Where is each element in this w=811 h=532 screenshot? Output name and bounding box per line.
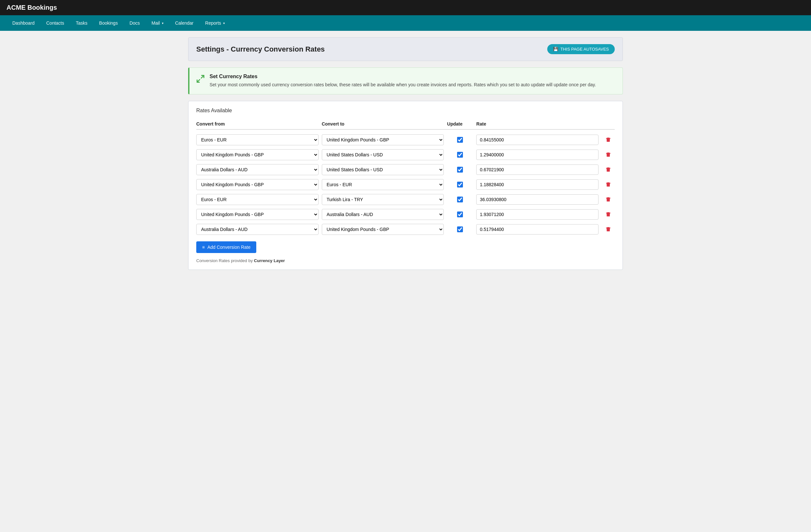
expand-icon (196, 74, 205, 85)
update-checkbox-2[interactable] (457, 167, 463, 172)
to-select-3[interactable]: Euros - EURUnited Kingdom Pounds - GBPUn… (322, 179, 444, 190)
list-icon: ≡ (202, 245, 205, 250)
rates-card: Rates Available Convert from Convert to … (188, 101, 623, 270)
update-checkbox-4[interactable] (457, 197, 463, 202)
table-row: Euros - EURUnited Kingdom Pounds - GBPUn… (196, 177, 615, 192)
to-select-1[interactable]: Euros - EURUnited Kingdom Pounds - GBPUn… (322, 149, 444, 160)
update-checkbox-0[interactable] (457, 137, 463, 143)
nav-item-calendar[interactable]: Calendar (169, 15, 199, 31)
nav-label-calendar: Calendar (175, 20, 194, 26)
mail-dropdown-arrow: ▾ (162, 21, 164, 25)
header-convert-to: Convert to (322, 121, 444, 126)
nav-label-contacts: Contacts (46, 20, 64, 26)
rate-input-5[interactable] (476, 209, 598, 219)
to-select-0[interactable]: Euros - EURUnited Kingdom Pounds - GBPUn… (322, 134, 444, 145)
trash-icon (605, 196, 611, 203)
nav-bar: Dashboard Contacts Tasks Bookings Docs M… (0, 15, 811, 31)
footer-text: Conversion Rates provided by Currency La… (196, 258, 615, 263)
add-conversion-rate-button[interactable]: ≡ Add Conversion Rate (196, 241, 256, 253)
from-select-1[interactable]: Euros - EURUnited Kingdom Pounds - GBPUn… (196, 149, 319, 160)
table-row: Euros - EURUnited Kingdom Pounds - GBPUn… (196, 132, 615, 147)
footer-prefix: Conversion Rates provided by (196, 258, 254, 263)
rate-input-2[interactable] (476, 165, 598, 175)
info-box: Set Currency Rates Set your most commonl… (188, 67, 623, 94)
rate-input-6[interactable] (476, 224, 598, 234)
to-select-4[interactable]: Euros - EURUnited Kingdom Pounds - GBPUn… (322, 194, 444, 205)
trash-icon (605, 211, 611, 218)
nav-item-bookings[interactable]: Bookings (93, 15, 124, 31)
table-row: Euros - EURUnited Kingdom Pounds - GBPUn… (196, 147, 615, 162)
nav-label-tasks: Tasks (76, 20, 88, 26)
nav-label-docs: Docs (129, 20, 140, 26)
rate-input-3[interactable] (476, 179, 598, 190)
rates-rows: Euros - EURUnited Kingdom Pounds - GBPUn… (196, 132, 615, 237)
save-icon: 💾 (553, 47, 558, 51)
delete-button-5[interactable] (602, 210, 615, 219)
delete-button-3[interactable] (602, 180, 615, 189)
update-checkbox-5[interactable] (457, 212, 463, 217)
table-header: Convert from Convert to Update Rate (196, 119, 615, 130)
from-select-4[interactable]: Euros - EURUnited Kingdom Pounds - GBPUn… (196, 194, 319, 205)
add-button-label: Add Conversion Rate (207, 245, 250, 250)
nav-label-bookings: Bookings (99, 20, 118, 26)
rates-title: Rates Available (196, 108, 615, 113)
footer-link: Currency Layer (254, 258, 285, 263)
nav-label-reports: Reports (205, 20, 221, 26)
nav-item-dashboard[interactable]: Dashboard (6, 15, 41, 31)
delete-button-4[interactable] (602, 195, 615, 204)
from-select-5[interactable]: Euros - EURUnited Kingdom Pounds - GBPUn… (196, 209, 319, 220)
info-text-block: Set Currency Rates Set your most commonl… (210, 74, 596, 88)
from-select-6[interactable]: Euros - EURUnited Kingdom Pounds - GBPUn… (196, 224, 319, 235)
from-select-0[interactable]: Euros - EURUnited Kingdom Pounds - GBPUn… (196, 134, 319, 145)
to-select-6[interactable]: Euros - EURUnited Kingdom Pounds - GBPUn… (322, 224, 444, 235)
trash-icon (605, 181, 611, 188)
nav-item-tasks[interactable]: Tasks (70, 15, 93, 31)
header-convert-from: Convert from (196, 121, 319, 126)
page-title: Settings - Currency Conversion Rates (196, 45, 325, 54)
table-row: Euros - EURUnited Kingdom Pounds - GBPUn… (196, 222, 615, 237)
update-checkbox-1[interactable] (457, 152, 463, 158)
app-title-bar: ACME Bookings (0, 0, 811, 15)
table-row: Euros - EURUnited Kingdom Pounds - GBPUn… (196, 162, 615, 177)
delete-button-1[interactable] (602, 150, 615, 159)
rate-input-4[interactable] (476, 194, 598, 205)
rate-input-1[interactable] (476, 150, 598, 160)
info-description: Set your most commonly used currency con… (210, 81, 596, 88)
update-checkbox-6[interactable] (457, 226, 463, 232)
nav-label-dashboard: Dashboard (12, 20, 35, 26)
delete-button-2[interactable] (602, 165, 615, 174)
trash-icon (605, 137, 611, 143)
nav-item-contacts[interactable]: Contacts (41, 15, 70, 31)
from-select-2[interactable]: Euros - EURUnited Kingdom Pounds - GBPUn… (196, 164, 319, 175)
from-select-3[interactable]: Euros - EURUnited Kingdom Pounds - GBPUn… (196, 179, 319, 190)
trash-icon (605, 166, 611, 173)
nav-item-mail[interactable]: Mail ▾ (146, 15, 169, 31)
rate-input-0[interactable] (476, 135, 598, 145)
update-checkbox-3[interactable] (457, 182, 463, 187)
to-select-5[interactable]: Euros - EURUnited Kingdom Pounds - GBPUn… (322, 209, 444, 220)
header-update: Update (447, 121, 473, 126)
app-title: ACME Bookings (6, 4, 57, 11)
page-header: Settings - Currency Conversion Rates 💾 T… (188, 37, 623, 61)
nav-item-reports[interactable]: Reports ▾ (199, 15, 231, 31)
autosave-button[interactable]: 💾 THIS PAGE AUTOSAVES (547, 44, 615, 54)
reports-dropdown-arrow: ▾ (223, 21, 225, 25)
nav-label-mail: Mail (152, 20, 160, 26)
nav-item-docs[interactable]: Docs (124, 15, 146, 31)
trash-icon (605, 226, 611, 232)
table-row: Euros - EURUnited Kingdom Pounds - GBPUn… (196, 207, 615, 222)
autosave-label: THIS PAGE AUTOSAVES (560, 47, 609, 51)
header-actions (602, 121, 615, 126)
main-content: Settings - Currency Conversion Rates 💾 T… (182, 31, 629, 276)
to-select-2[interactable]: Euros - EURUnited Kingdom Pounds - GBPUn… (322, 164, 444, 175)
trash-icon (605, 152, 611, 158)
table-row: Euros - EURUnited Kingdom Pounds - GBPUn… (196, 192, 615, 207)
header-rate: Rate (476, 121, 598, 126)
delete-button-0[interactable] (602, 135, 615, 145)
info-title: Set Currency Rates (210, 74, 596, 79)
delete-button-6[interactable] (602, 225, 615, 234)
